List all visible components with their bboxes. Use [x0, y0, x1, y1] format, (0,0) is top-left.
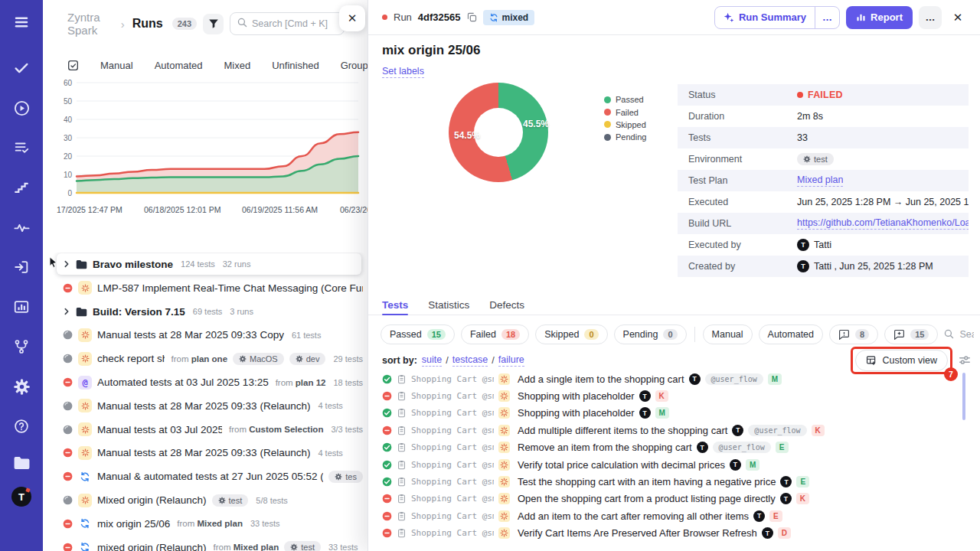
run-title: Mixed origin (Relaunch)	[97, 494, 207, 506]
run-list-item[interactable]: Manual tests at 28 Mar 2025 09:33 (Relau…	[43, 442, 368, 465]
test-list-item[interactable]: Shopping Cart @sm…Shopping with placehol…	[382, 405, 969, 422]
test-list-item[interactable]: Shopping Cart @sm…Add an item to the car…	[382, 507, 969, 524]
filter-pill-pending[interactable]: Pending0	[614, 324, 687, 344]
run-meta: 69 tests	[193, 307, 223, 316]
run-list-item[interactable]: Bravo milestone124 tests32 runs	[57, 253, 361, 275]
run-list-item[interactable]: LMP-587 Implement Real-Time Chat Messagi…	[43, 276, 368, 300]
run-list-item[interactable]: Build: Version 7.1569 tests3 runs	[43, 300, 368, 324]
settings-gear-icon[interactable]	[11, 377, 31, 396]
test-status-failed-icon	[382, 391, 392, 401]
milestone-letter-badge: K	[655, 390, 668, 402]
filter-pill-manual[interactable]: Manual	[703, 324, 753, 344]
sort-link-suite[interactable]: suite	[422, 354, 442, 367]
run-summary-button[interactable]: Run Summary …	[714, 6, 840, 29]
info-value: Jun 25, 2025 1:28 PM → Jun 25, 2025 1:30…	[797, 197, 969, 207]
run-list-item[interactable]: check report sharingfrom plan oneMacOSde…	[43, 347, 368, 370]
panel-close-button[interactable]: ✕	[339, 5, 365, 31]
sort-link-failure[interactable]: failure	[498, 354, 524, 367]
run-list-item[interactable]: Manual tests at 28 Mar 2025 09:33 (Relau…	[43, 394, 368, 418]
defects-list-icon[interactable]	[11, 138, 31, 158]
run-list-item[interactable]: @Automated tests at 03 Jul 2025 13:25fro…	[43, 370, 368, 394]
milestones-steps-icon[interactable]	[11, 178, 31, 197]
run-list-item[interactable]: mixed origin (Relaunch)from Mixed plante…	[43, 536, 368, 551]
run-list-item[interactable]: Manual tests at 03 Jul 2025 12:08from Cu…	[43, 418, 368, 442]
run-list-item[interactable]: Mixed origin (Relaunch)test5/8 tests	[43, 488, 368, 512]
tab-tests[interactable]: Tests	[382, 295, 408, 315]
filter-pill-comment-plus[interactable]: 15	[884, 324, 938, 344]
runs-tab-mixed[interactable]: Mixed	[224, 60, 251, 71]
tab-statistics[interactable]: Statistics	[428, 295, 469, 315]
runs-tab-manual[interactable]: Manual	[100, 60, 133, 71]
report-button[interactable]: Report	[846, 6, 913, 29]
breadcrumb-app[interactable]: Zyntra Spark	[67, 11, 113, 37]
table-view-icon	[866, 355, 877, 366]
info-label: Created by	[688, 261, 797, 272]
reports-bar-chart-icon[interactable]	[11, 297, 31, 317]
filter-pill-comment-exclamation[interactable]: 8	[829, 324, 878, 344]
projects-folder-icon[interactable]	[11, 453, 31, 473]
hamburger-menu-icon[interactable]	[11, 12, 31, 32]
test-list-item[interactable]: Shopping Cart @sm…Shopping with placehol…	[382, 387, 969, 404]
test-runs-play-icon[interactable]	[11, 98, 31, 118]
info-link[interactable]: Mixed plan	[797, 174, 843, 187]
run-list-item[interactable]: Manual & automated tests at 27 Jun 2025 …	[43, 465, 368, 488]
more-actions-button[interactable]: …	[919, 6, 942, 29]
run-list-item[interactable]: mix origin 25/06from Mixed plan33 tests	[43, 512, 368, 536]
runs-search-input[interactable]	[252, 18, 337, 29]
filter-pill-automated[interactable]: Automated	[759, 324, 823, 344]
activity-pulse-icon[interactable]	[11, 217, 31, 237]
test-list-item[interactable]: Shopping Cart @sm…Add multiple different…	[382, 422, 969, 439]
test-list-item[interactable]: Shopping Cart @sm…Verify total price cal…	[382, 456, 969, 473]
runs-tab-unfinished[interactable]: Unfinished	[272, 60, 318, 71]
test-list-item[interactable]: Shopping Cart @sm…Remove an item from th…	[382, 439, 969, 456]
run-summary-more-button[interactable]: …	[815, 7, 839, 28]
run-title: mix origin 25/06	[382, 43, 481, 58]
tab-defects[interactable]: Defects	[489, 295, 524, 315]
runs-tab-automated[interactable]: Automated	[155, 60, 203, 71]
filter-funnel-button[interactable]	[203, 14, 224, 34]
test-list-item[interactable]: Shopping Cart @sm…Verify Cart Items Are …	[382, 525, 969, 542]
drawer-close-button[interactable]: ✕	[948, 11, 968, 24]
x-axis-tick: 06/23/202	[340, 205, 368, 214]
view-settings-sliders-icon[interactable]	[959, 354, 971, 368]
tests-search-input[interactable]	[959, 329, 974, 340]
import-sign-in-icon[interactable]	[11, 257, 31, 277]
milestone-letter-badge: K	[812, 425, 825, 436]
info-link[interactable]: https://github.com/TetianaKhomenko/Load-…	[797, 217, 969, 230]
copy-icon[interactable]	[467, 12, 477, 22]
custom-view-button[interactable]: Custom view	[855, 350, 948, 371]
milestone-letter-badge: E	[796, 476, 809, 487]
test-suite: Shopping Cart @sm…	[411, 460, 494, 470]
test-list-item[interactable]: Shopping Cart @sm…Add a single item to t…	[382, 370, 969, 387]
test-case-clipboard-icon	[397, 494, 407, 504]
test-list-item[interactable]: Shopping Cart @sm…Test the shopping cart…	[382, 473, 969, 490]
svg-text:40: 40	[64, 116, 73, 124]
chevron-right-icon[interactable]	[63, 260, 70, 268]
runs-search[interactable]	[230, 12, 345, 35]
set-labels-link[interactable]: Set labels	[382, 66, 424, 78]
runs-tab-groups[interactable]: Groups	[341, 60, 368, 71]
test-suite: Shopping Cart @sm…	[411, 391, 494, 401]
run-meta: 3 runs	[230, 307, 253, 316]
run-list-item[interactable]: Manual tests at 28 Mar 2025 09:33 Copy61…	[43, 324, 368, 347]
chevron-right-icon[interactable]	[63, 308, 70, 315]
svg-text:30: 30	[64, 134, 73, 142]
sort-link-testcase[interactable]: testcase	[452, 354, 488, 367]
tests-search[interactable]	[944, 329, 974, 340]
integrations-branch-icon[interactable]	[11, 337, 31, 357]
select-runs-icon[interactable]	[67, 60, 79, 71]
filter-pill-passed[interactable]: Passed15	[381, 324, 455, 344]
user-avatar[interactable]: T	[11, 487, 31, 507]
sort-by-label: sort by:	[382, 355, 417, 366]
flaky-burst-icon	[498, 407, 510, 419]
tests-scrollbar[interactable]	[962, 373, 965, 420]
svg-text:60: 60	[64, 79, 73, 87]
filter-pill-skipped[interactable]: Skipped0	[535, 324, 607, 344]
test-cases-icon[interactable]	[11, 58, 31, 78]
help-icon[interactable]	[11, 416, 31, 436]
test-list-item[interactable]: Shopping Cart @sm…Open the shopping cart…	[382, 491, 969, 507]
user-avatar: T	[797, 239, 809, 251]
run-meta: 4 tests	[318, 448, 342, 458]
filter-pill-failed[interactable]: Failed18	[461, 324, 529, 344]
info-value: https://github.com/TetianaKhomenko/Load-…	[797, 217, 969, 230]
